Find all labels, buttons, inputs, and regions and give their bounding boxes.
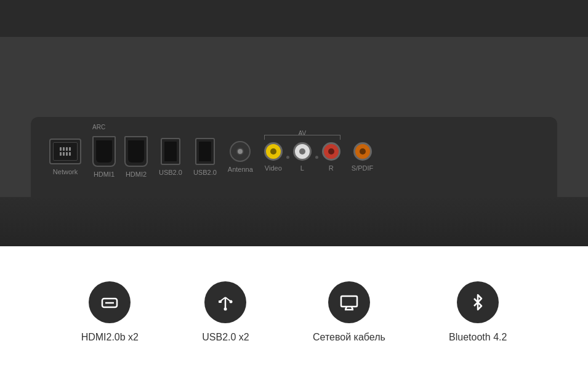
spdif-label: S/PDIF: [352, 164, 373, 172]
feature-hdmi-label: HDMI2.0b x2: [81, 332, 139, 343]
audio-l-port-group: L: [293, 142, 312, 172]
hdmi-icon-circle: [89, 281, 131, 323]
usb1-port: [161, 138, 180, 165]
antenna-label: Antenna: [228, 166, 253, 173]
av-group: AV Video L R: [264, 142, 340, 172]
feature-usb-label: USB2.0 x2: [202, 332, 249, 343]
tv-back-panel: Network ARC HDMI1 HDMI2 USB2.0: [0, 0, 588, 246]
antenna-port-group: Antenna: [228, 141, 253, 173]
feature-usb: USB2.0 x2: [202, 281, 249, 343]
video-rca-port: [264, 142, 283, 161]
hdmi1-port-group: HDMI1: [92, 136, 116, 178]
svg-rect-8: [341, 296, 357, 307]
arc-label: ARC: [92, 124, 105, 131]
audio-l-label: L: [300, 164, 304, 172]
video-label: Video: [265, 164, 282, 172]
feature-hdmi: HDMI2.0b x2: [81, 281, 139, 343]
antenna-port: [230, 141, 251, 162]
svg-point-7: [230, 300, 233, 304]
ethernet-icon-circle: [328, 281, 370, 323]
hdmi2-port-group: HDMI2: [124, 136, 148, 178]
usb1-port-group: USB2.0: [159, 138, 182, 176]
bluetooth-icon-circle: [457, 281, 499, 323]
hdmi2-label: HDMI2: [126, 171, 147, 178]
hdmi1-port: [92, 136, 116, 167]
svg-point-5: [224, 308, 227, 311]
ethernet-cable-icon: [339, 292, 359, 312]
audio-r-label: R: [329, 164, 334, 172]
video-port-group: Video: [264, 142, 283, 172]
hdmi2-port: [124, 136, 148, 167]
hdmi-icon: [100, 292, 119, 312]
feature-ethernet-label: Сетевой кабель: [313, 332, 385, 343]
usb1-label: USB2.0: [159, 169, 182, 176]
bluetooth-icon: [468, 292, 488, 312]
dot-separator: [286, 156, 289, 159]
network-port-group: Network: [49, 139, 81, 175]
feature-bluetooth: Bluetooth 4.2: [449, 281, 507, 343]
network-label: Network: [53, 168, 78, 175]
feature-ethernet: Сетевой кабель: [313, 281, 385, 343]
hdmi-group: ARC HDMI1 HDMI2: [92, 136, 148, 178]
svg-rect-6: [219, 300, 222, 303]
usb-icon: [215, 292, 235, 312]
feature-bluetooth-label: Bluetooth 4.2: [449, 332, 507, 343]
usb2-label: USB2.0: [193, 169, 217, 176]
dot-separator-2: [315, 156, 318, 159]
av-label: AV: [299, 130, 307, 137]
spdif-port-group: S/PDIF: [352, 142, 373, 172]
port-strip: Network ARC HDMI1 HDMI2 USB2.0: [31, 117, 557, 197]
audio-l-rca-port: [293, 142, 312, 161]
usb-icon-circle: [204, 281, 246, 323]
spdif-rca-port: [353, 142, 372, 161]
panel-bottom: [0, 197, 588, 246]
audio-r-port-group: R: [322, 142, 340, 172]
features-section: HDMI2.0b x2 USB2.0 x2: [0, 246, 588, 378]
usb2-port-group: USB2.0: [193, 138, 217, 176]
hdmi1-label: HDMI1: [94, 171, 115, 178]
audio-r-rca-port: [322, 142, 340, 161]
ethernet-port: [49, 139, 81, 164]
usb2-port: [195, 138, 215, 165]
